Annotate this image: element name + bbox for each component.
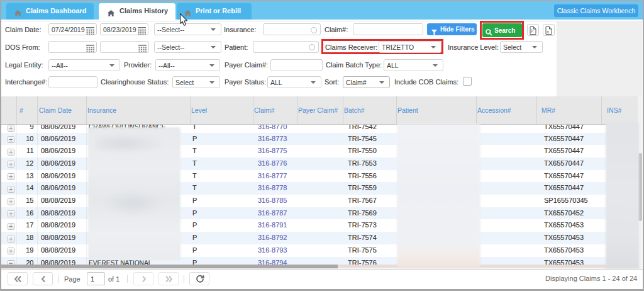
svg-text:x: x (547, 30, 549, 34)
svg-text:P: P (531, 29, 533, 33)
